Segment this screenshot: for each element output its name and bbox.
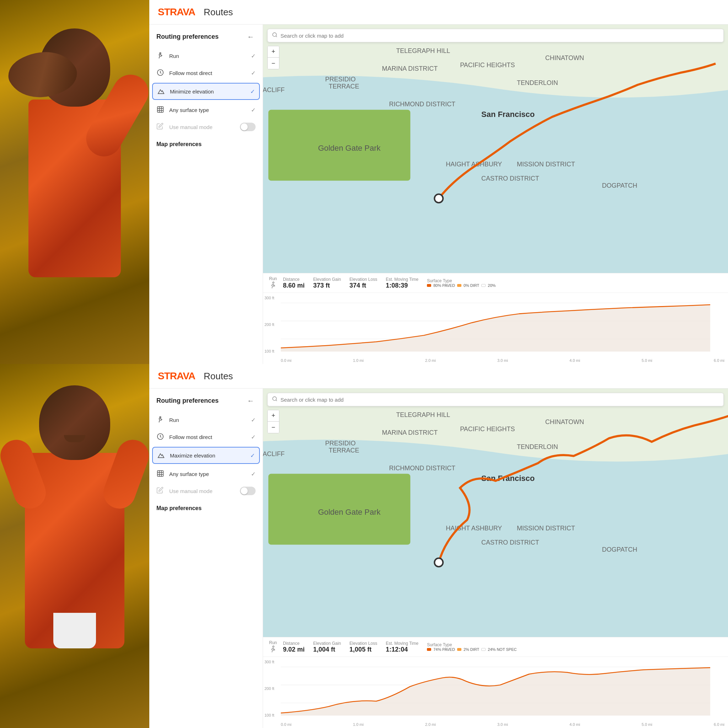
y-label-200-bottom: 200 ft (265, 687, 274, 691)
map-bg-top: Golden Gate Park SEACLIFF PRESIDIO TERRA… (263, 24, 728, 273)
run-icon-bottom (156, 416, 165, 424)
map-search-input-top[interactable] (280, 33, 719, 39)
elev-loss-stat-bottom: Elevation Loss 1,005 ft (349, 641, 386, 653)
y-label-100-top: 100 ft (265, 349, 274, 353)
top-row: STRAVA Routes Routing preferences ← Run … (0, 0, 728, 364)
distance-value-bottom: 9.02 mi (283, 646, 304, 653)
pref-elevation-bottom[interactable]: Maximize elevation ✓ (152, 447, 260, 464)
pref-surface-bottom[interactable]: Any surface type ✓ (149, 465, 263, 482)
legend-dirt-bottom (457, 648, 461, 651)
search-icon-bottom (272, 396, 278, 403)
legend-other-bottom (481, 648, 486, 651)
manual-mode-bottom[interactable]: Use manual mode (149, 482, 263, 499)
map-search-input-bottom[interactable] (280, 397, 719, 403)
svg-text:PRESIDIO: PRESIDIO (325, 76, 356, 83)
manual-mode-toggle-top[interactable] (240, 122, 255, 131)
svg-text:TELEGRAPH HILL: TELEGRAPH HILL (396, 411, 450, 418)
surface-legend-bottom: 74% PAVED 2% DIRT 24% NOT SPEC (427, 647, 517, 652)
strava-content-bottom: Routing preferences ← Run ✓ Follow (149, 388, 728, 728)
legend-other-top (481, 284, 486, 287)
pref-direct-label-top: Follow most direct (169, 70, 247, 76)
manual-mode-top[interactable]: Use manual mode (149, 118, 263, 135)
svg-point-24 (273, 282, 274, 283)
svg-text:PACIFIC HEIGHTS: PACIFIC HEIGHTS (460, 425, 515, 433)
run-stat-area-bottom: Run (269, 640, 283, 654)
zoom-in-bottom[interactable]: + (268, 410, 279, 422)
y-label-300-top: 300 ft (265, 296, 274, 300)
pref-direct-top[interactable]: Follow most direct ✓ (149, 64, 263, 81)
pref-run-top[interactable]: Run ✓ (149, 47, 263, 64)
pref-run-label-bottom: Run (169, 417, 247, 423)
manual-mode-toggle-bottom[interactable] (240, 486, 255, 495)
strava-routes-bottom: Routes (204, 371, 233, 382)
strava-logo-text-top: STRAVA (158, 6, 195, 18)
surface-icon-bottom (156, 470, 165, 478)
manual-mode-label-bottom: Use manual mode (169, 488, 236, 494)
search-icon-top (272, 32, 278, 39)
map-area-top: Golden Gate Park SEACLIFF PRESIDIO TERRA… (263, 24, 728, 273)
map-search-bottom[interactable] (267, 393, 724, 406)
elevation-chart-top: 300 ft 200 ft 100 ft (263, 293, 728, 364)
svg-text:MARINA DISTRICT: MARINA DISTRICT (382, 65, 437, 72)
elev-gain-value-top: 373 ft (313, 282, 341, 289)
zoom-out-bottom[interactable]: − (268, 422, 279, 433)
elev-loss-label-top: Elevation Loss (349, 277, 377, 282)
svg-text:Golden Gate Park: Golden Gate Park (318, 144, 381, 153)
legend-paved-label-bottom: 74% PAVED (433, 647, 455, 652)
svg-text:SEACLIFF: SEACLIFF (263, 86, 285, 93)
svg-text:CASTRO DISTRICT: CASTRO DISTRICT (481, 539, 539, 546)
sidebar-bottom: Routing preferences ← Run ✓ Follow (149, 388, 263, 728)
back-button-top[interactable]: ← (246, 32, 255, 41)
distance-value-top: 8.60 mi (283, 282, 304, 289)
strava-logo-text-bottom: STRAVA (158, 370, 195, 382)
svg-point-51 (273, 397, 277, 401)
pref-run-check-bottom: ✓ (251, 417, 255, 424)
surface-type-label-top: Surface Type (427, 278, 496, 283)
y-label-300-bottom: 300 ft (265, 660, 274, 664)
svg-text:PRESIDIO: PRESIDIO (325, 440, 356, 447)
zoom-in-top[interactable]: + (268, 46, 279, 58)
mountain-icon-top (157, 87, 166, 96)
svg-text:TELEGRAPH HILL: TELEGRAPH HILL (396, 47, 450, 54)
svg-text:SEACLIFF: SEACLIFF (263, 450, 285, 457)
pref-elevation-top[interactable]: Minimize elevation ✓ (152, 83, 260, 100)
distance-stat-bottom: Distance 9.02 mi (283, 641, 313, 653)
svg-text:TERRACE: TERRACE (329, 447, 359, 454)
stats-bar-top: Run Distance 8.60 mi Elevation Gain 373 … (263, 273, 728, 293)
map-zoom-top: + − (267, 46, 279, 69)
run-stat-label-bottom: Run (269, 640, 277, 645)
pref-direct-bottom[interactable]: Follow most direct ✓ (149, 428, 263, 445)
svg-text:Golden Gate Park: Golden Gate Park (318, 508, 381, 517)
map-area-bottom: Golden Gate Park SEACLIFF PRESIDIO TERRA… (263, 388, 728, 637)
bottom-row: STRAVA Routes Routing preferences ← Run … (0, 364, 728, 728)
pref-elevation-label-top: Minimize elevation (170, 89, 246, 95)
svg-text:RICHMOND DISTRICT: RICHMOND DISTRICT (389, 465, 455, 472)
sidebar-top: Routing preferences ← Run ✓ Follow (149, 24, 263, 364)
map-search-top[interactable] (267, 29, 724, 42)
strava-content-top: Routing preferences ← Run ✓ Follow (149, 24, 728, 364)
pref-direct-label-bottom: Follow most direct (169, 434, 247, 440)
svg-text:TENDERLOIN: TENDERLOIN (517, 79, 558, 86)
svg-text:CHINATOWN: CHINATOWN (545, 418, 584, 425)
svg-text:San Francisco: San Francisco (481, 110, 535, 119)
clock-icon-top (156, 69, 165, 77)
distance-stat-top: Distance 8.60 mi (283, 277, 313, 289)
strava-header-bottom: STRAVA Routes (149, 364, 728, 388)
pref-surface-top[interactable]: Any surface type ✓ (149, 101, 263, 118)
back-button-bottom[interactable]: ← (246, 396, 255, 405)
zoom-out-top[interactable]: − (268, 58, 279, 69)
y-label-100-bottom: 100 ft (265, 713, 274, 717)
elev-gain-value-bottom: 1,004 ft (313, 646, 341, 653)
strava-header-top: STRAVA Routes (149, 0, 728, 24)
legend-dirt-label-top: 0% DIRT (463, 283, 479, 288)
y-label-200-top: 200 ft (265, 323, 274, 327)
run-stat-label-top: Run (269, 276, 277, 281)
surface-type-stat-bottom: Surface Type 74% PAVED 2% DIRT 24% NOT S… (427, 642, 525, 652)
moving-time-label-top: Est. Moving Time (386, 277, 418, 282)
pref-elevation-check-bottom: ✓ (250, 452, 255, 459)
elev-gain-stat-bottom: Elevation Gain 1,004 ft (313, 641, 349, 653)
legend-paved-top (427, 284, 431, 287)
pref-run-bottom[interactable]: Run ✓ (149, 411, 263, 428)
chart-y-axis-top: 300 ft 200 ft 100 ft (265, 296, 274, 353)
strava-top-panel: STRAVA Routes Routing preferences ← Run … (149, 0, 728, 364)
